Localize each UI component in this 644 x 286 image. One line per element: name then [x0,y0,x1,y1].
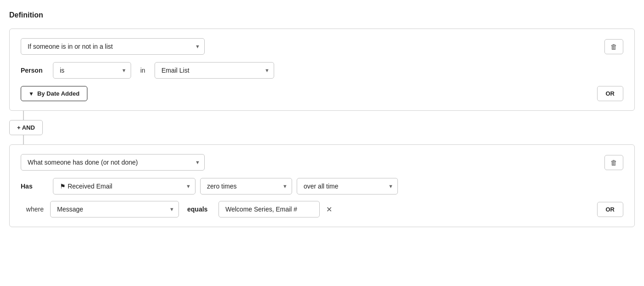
or-button-2[interactable]: OR [597,202,624,217]
value-input[interactable] [218,201,320,217]
action-select-wrapper: ⚑ Received Email ▼ [53,178,196,194]
where-label: where [21,206,44,213]
filter-btn-label: By Date Added [37,90,80,97]
freq-select[interactable]: zero timesat least onceexactly oncemulti… [200,178,292,194]
action-select[interactable]: ⚑ Received Email [53,178,196,194]
message-select-wrapper: MessageSubjectFromCampaign ▼ [50,201,179,217]
condition-select-1[interactable]: If someone is in or not in a listWhat so… [21,38,205,55]
condition-block-1: If someone is in or not in a listWhat so… [9,29,635,111]
page-title: Definition [9,11,635,19]
time-select-wrapper: over all timein the last 30 daysin the l… [297,178,398,194]
trash-icon-1: 🗑 [610,43,617,51]
has-row: Has ⚑ Received Email ▼ zero timesat leas… [21,178,623,194]
freq-select-wrapper: zero timesat least onceexactly oncemulti… [200,178,292,194]
message-select[interactable]: MessageSubjectFromCampaign [50,201,179,217]
and-connector: + AND [9,111,635,144]
and-button[interactable]: + AND [9,120,43,135]
has-label: Has [21,183,44,190]
person-select-wrapper: isis not ▼ [53,62,131,79]
filter-icon: ▼ [29,91,34,97]
filter-button[interactable]: ▼ By Date Added [21,86,87,101]
person-select[interactable]: isis not [53,62,131,79]
delete-block-2-button[interactable]: 🗑 [604,155,623,170]
time-select[interactable]: over all timein the last 30 daysin the l… [297,178,398,194]
list-select-wrapper: Email ListSMS ListAll Contacts ▼ [155,62,274,79]
person-label: Person [21,67,44,74]
condition-select-2-wrapper: What someone has done (or not done)If so… [21,154,205,171]
delete-block-1-button[interactable]: 🗑 [604,39,623,54]
condition-select-1-wrapper: If someone is in or not in a listWhat so… [21,38,205,55]
trash-icon-2: 🗑 [610,159,617,166]
condition-block-2: What someone has done (or not done)If so… [9,144,635,227]
equals-label: equals [187,206,210,213]
where-row: where MessageSubjectFromCampaign ▼ equal… [21,201,623,217]
list-select[interactable]: Email ListSMS ListAll Contacts [155,62,274,79]
in-label: in [140,67,145,74]
or-button-1[interactable]: OR [597,86,624,101]
clear-value-button[interactable]: ✕ [324,203,334,216]
condition-select-2[interactable]: What someone has done (or not done)If so… [21,154,205,171]
